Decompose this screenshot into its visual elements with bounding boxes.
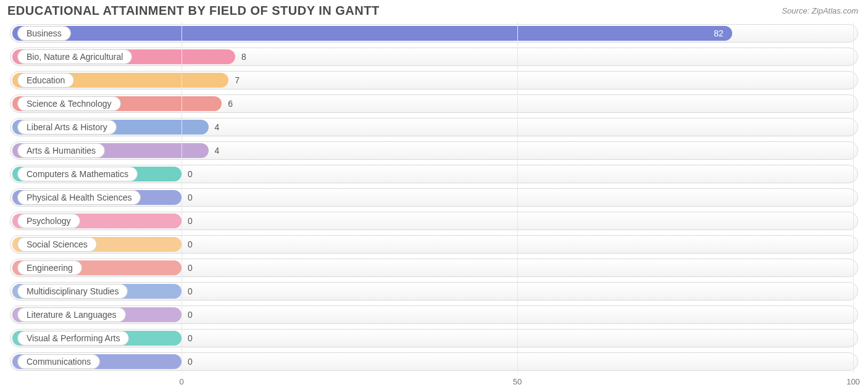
value-label: 0: [188, 263, 193, 273]
category-pill: Visual & Performing Arts: [17, 331, 129, 346]
bar-row: Multidisciplinary Studies0: [10, 280, 858, 302]
value-label: 0: [188, 357, 193, 367]
category-pill: Bio, Nature & Agricultural: [17, 49, 132, 64]
bar-row: Engineering0: [10, 257, 858, 279]
bar-row: Physical & Health Sciences0: [10, 186, 858, 209]
value-label: 0: [188, 310, 193, 320]
bar-row: Social Sciences0: [10, 233, 858, 255]
bar-row: Liberal Arts & History4: [10, 116, 858, 138]
category-pill: Communications: [17, 354, 100, 369]
source-label: Source: ZipAtlas.com: [782, 6, 858, 15]
bar-row: Computers & Mathematics0: [10, 163, 858, 185]
category-pill: Multidisciplinary Studies: [17, 284, 128, 299]
category-pill: Education: [17, 73, 74, 88]
value-label: 4: [215, 146, 220, 156]
category-pill: Arts & Humanities: [17, 143, 105, 158]
bar-row: Arts & Humanities4: [10, 139, 858, 162]
bar-row: Science & Technology6: [10, 93, 858, 115]
x-axis: 050100: [10, 375, 858, 386]
bar: [12, 26, 732, 41]
category-pill: Liberal Arts & History: [17, 120, 117, 135]
value-label: 7: [235, 75, 240, 85]
plot-area: Business82Bio, Nature & Agricultural8Edu…: [10, 22, 858, 373]
bar-row: Bio, Nature & Agricultural8: [10, 46, 858, 68]
category-pill: Psychology: [17, 214, 80, 228]
category-pill: Engineering: [17, 260, 82, 275]
value-label: 0: [188, 239, 193, 249]
bar-row: Business82: [10, 22, 858, 44]
value-label: 0: [188, 286, 193, 296]
value-label: 6: [228, 99, 233, 109]
grid-line: [853, 22, 854, 373]
category-pill: Computers & Mathematics: [17, 167, 138, 181]
bar-row: Literature & Languages0: [10, 304, 858, 326]
value-label: 4: [215, 122, 220, 132]
bar-row: Education7: [10, 69, 858, 91]
bar-row: Communications0: [10, 351, 858, 373]
x-tick: 0: [179, 377, 183, 386]
value-label: 82: [714, 28, 724, 38]
category-pill: Science & Technology: [17, 96, 121, 111]
chart-title: EDUCATIONAL ATTAINMENT BY FIELD OF STUDY…: [7, 4, 380, 18]
x-tick: 100: [846, 377, 860, 386]
value-label: 0: [188, 193, 193, 202]
category-pill: Business: [17, 26, 71, 41]
value-label: 0: [188, 169, 193, 179]
category-pill: Literature & Languages: [17, 307, 126, 322]
bar-row: Psychology0: [10, 210, 858, 232]
grid-line: [182, 22, 182, 373]
category-pill: Social Sciences: [17, 237, 97, 252]
value-label: 8: [241, 52, 246, 62]
bar-row: Visual & Performing Arts0: [10, 327, 858, 349]
value-label: 0: [188, 216, 193, 226]
x-tick: 50: [513, 377, 522, 386]
category-pill: Physical & Health Sciences: [17, 190, 141, 205]
value-label: 0: [188, 333, 193, 343]
grid-line: [517, 22, 518, 373]
